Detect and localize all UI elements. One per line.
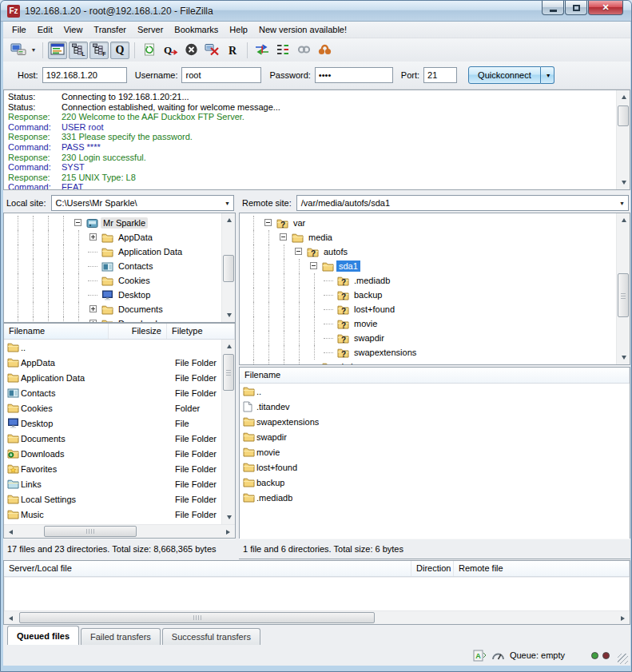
menu-item-file[interactable]: File (6, 22, 32, 37)
synchronized-transfer-button[interactable] (252, 42, 272, 59)
tree-item-movie[interactable]: ?movie (240, 316, 630, 331)
scroll-down-icon[interactable] (617, 176, 630, 189)
maximize-button[interactable] (565, 1, 587, 15)
local-list-header[interactable]: FilenameFilesizeFiletype (4, 324, 235, 340)
refresh-button[interactable] (140, 42, 159, 59)
queue-hscrollbar[interactable] (4, 610, 630, 624)
menu-item-new-version-available[interactable]: New version available! (253, 22, 352, 37)
resize-grip[interactable] (618, 654, 628, 664)
file-row-mediadb[interactable]: .mediadb (240, 490, 630, 505)
expander-minus-icon[interactable] (71, 216, 86, 230)
local-list-hscrollbar[interactable] (4, 524, 235, 538)
file-row-documents[interactable]: DocumentsFile Folder (4, 431, 235, 446)
password-input[interactable] (315, 67, 393, 83)
close-button[interactable]: ✕ (588, 1, 623, 15)
local-directory-tree[interactable]: Mr SparkleAppDataApplication DataContact… (3, 213, 236, 323)
quickconnect-button[interactable]: Quickconnect (468, 66, 541, 84)
transfer-type-icon[interactable]: A (473, 650, 487, 662)
local-list-vscrollbar[interactable] (221, 340, 235, 524)
quickconnect-dropdown-button[interactable]: ▼ (541, 66, 554, 84)
tree-item-cookies[interactable]: Cookies (4, 273, 235, 288)
message-log[interactable]: Status:Connecting to 192.168.1.20:21...S… (3, 89, 630, 190)
menu-item-help[interactable]: Help (224, 22, 253, 37)
column-header-filesize[interactable]: Filesize (109, 324, 167, 339)
expander-minus-icon[interactable] (292, 245, 307, 259)
tree-item-contacts[interactable]: Contacts (4, 259, 235, 273)
scroll-up-icon[interactable] (617, 90, 630, 104)
tree-item-lost-found[interactable]: ?lost+found (240, 302, 630, 316)
queue-column-server-local-file[interactable]: Server/Local file (4, 561, 411, 576)
speed-limits-icon[interactable] (491, 650, 505, 662)
tree-item-mediadb[interactable]: ?.mediadb (240, 273, 630, 288)
file-row-contacts[interactable]: ContactsFile Folder (4, 385, 235, 400)
host-input[interactable] (42, 67, 127, 83)
column-header-filename[interactable]: Filename (240, 368, 630, 383)
toggle-remote-tree-button[interactable]: F (89, 42, 109, 59)
process-queue-button[interactable]: Q (161, 42, 180, 59)
remote-directory-tree[interactable]: ?varmedia?autofssda1?.mediadb?backup?los… (239, 213, 630, 365)
queue-header[interactable]: Server/Local fileDirectionRemote file (4, 561, 630, 577)
tab-failed-transfers[interactable]: Failed transfers (81, 628, 161, 645)
menu-item-bookmarks[interactable]: Bookmarks (169, 22, 224, 37)
file-row-music[interactable]: MusicFile Folder (4, 507, 235, 522)
chevron-down-icon[interactable]: ▼ (225, 201, 230, 206)
synchronized-browsing-button[interactable] (294, 42, 313, 59)
tree-item-desktop[interactable]: Desktop (4, 288, 235, 302)
toggle-message-log-button[interactable] (48, 42, 67, 59)
username-input[interactable] (181, 67, 261, 83)
expander-minus-icon[interactable] (276, 230, 292, 245)
tab-queued-files[interactable]: Queued files (7, 626, 79, 645)
site-manager-dropdown-button[interactable]: ▼ (29, 42, 38, 59)
queue-body[interactable] (5, 578, 629, 610)
chevron-down-icon[interactable]: ▼ (619, 201, 625, 206)
tree-item-mr-sparkle[interactable]: Mr Sparkle (4, 216, 235, 230)
titlebar[interactable]: Fz 192.168.1.20 - root@192.168.1.20 - Fi… (1, 1, 631, 22)
remote-list-header[interactable]: Filename (240, 368, 630, 384)
column-header-filename[interactable]: Filename (4, 324, 109, 339)
file-row-appdata[interactable]: AppDataFile Folder (4, 355, 235, 370)
disconnect-button[interactable] (202, 42, 221, 59)
queue-column-remote-file[interactable]: Remote file (454, 561, 630, 576)
file-row-links[interactable]: LinksFile Folder (4, 476, 235, 491)
queue-column-direction[interactable]: Direction (411, 561, 454, 576)
tree-item-media[interactable]: media (240, 230, 630, 245)
find-files-button[interactable] (315, 42, 334, 59)
tree-item-swapextensions[interactable]: ?swapextensions (240, 345, 630, 360)
toggle-queue-button[interactable]: Q (110, 42, 129, 59)
file-row-cookies[interactable]: CookiesFolder (4, 400, 235, 416)
local-file-list[interactable]: FilenameFilesizeFiletype ..AppDataFile F… (3, 323, 236, 539)
minimize-button[interactable] (542, 1, 564, 15)
file-row-swapextensions[interactable]: swapextensions (240, 414, 630, 429)
local-tree-scrollbar[interactable] (221, 213, 235, 322)
file-row-movie[interactable]: movie (240, 444, 630, 459)
tree-item-dvd[interactable]: ?dvd (240, 360, 630, 365)
tree-item-downloads[interactable]: Downloads (4, 316, 235, 323)
cancel-button[interactable] (181, 42, 201, 59)
file-row-titandev[interactable]: .titandev (240, 399, 630, 414)
expander-plus-icon[interactable] (86, 302, 101, 316)
tab-successful-transfers[interactable]: Successful transfers (162, 628, 260, 645)
port-input[interactable] (423, 67, 457, 83)
column-header-filetype[interactable]: Filetype (167, 324, 235, 339)
remote-site-combo[interactable]: /var/media/autofs/sda1 ▼ (296, 195, 629, 211)
file-row-swapdir[interactable]: swapdir (240, 429, 630, 444)
expander-minus-icon[interactable] (307, 259, 322, 273)
file-row-favorites[interactable]: FavoritesFile Folder (4, 461, 235, 476)
transfer-queue[interactable]: Server/Local fileDirectionRemote file (3, 560, 630, 625)
file-row-item[interactable]: .. (4, 340, 235, 355)
tree-item-documents[interactable]: Documents (4, 302, 235, 316)
directory-comparison-button[interactable] (273, 42, 292, 59)
tree-item-appdata[interactable]: AppData (4, 230, 235, 245)
menu-item-transfer[interactable]: Transfer (88, 22, 132, 37)
message-log-scrollbar[interactable] (616, 90, 630, 189)
expander-plus-icon[interactable] (86, 316, 101, 323)
tree-item-var[interactable]: ?var (240, 216, 630, 230)
file-row-application-data[interactable]: Application DataFile Folder (4, 370, 235, 385)
file-row-desktop[interactable]: DesktopFile (4, 416, 235, 431)
toggle-local-tree-button[interactable]: L (69, 42, 88, 59)
file-row-item[interactable]: .. (240, 384, 630, 399)
menu-item-view[interactable]: View (58, 22, 89, 37)
file-row-local-settings[interactable]: Local SettingsFile Folder (4, 491, 235, 507)
tree-item-backup[interactable]: ?backup (240, 288, 630, 302)
site-manager-button[interactable] (9, 42, 28, 59)
